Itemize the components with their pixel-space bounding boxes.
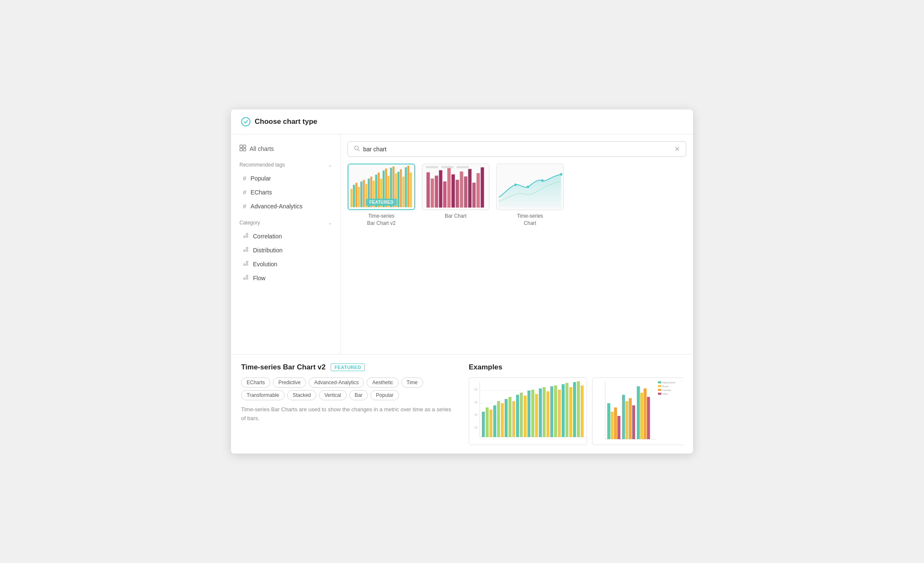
examples-section: Examples 50 40 30 20 (469, 363, 683, 445)
modal-header: Choose chart type (231, 109, 693, 134)
svg-rect-58 (476, 173, 480, 208)
tag-pill-predictive[interactable]: Predictive (273, 377, 306, 388)
svg-rect-103 (658, 385, 661, 387)
svg-rect-121 (644, 388, 647, 439)
svg-rect-94 (558, 390, 561, 437)
svg-rect-42 (410, 172, 412, 207)
sidebar-item-correlation[interactable]: Correlation (231, 229, 340, 243)
svg-rect-1 (243, 145, 246, 148)
svg-rect-89 (539, 388, 542, 437)
hash-icon-popular: # (243, 175, 246, 182)
svg-point-4 (244, 236, 245, 238)
advanced-analytics-label: Advanced-Analytics (250, 203, 302, 210)
category-section[interactable]: Category ⌄ (231, 216, 340, 229)
svg-rect-54 (460, 172, 463, 208)
svg-point-60 (514, 183, 517, 186)
correlation-label: Correlation (253, 233, 282, 240)
modal-title: Choose chart type (255, 118, 317, 126)
svg-rect-40 (405, 167, 407, 207)
chart-card-bar-chart[interactable]: Bar Chart (422, 164, 489, 227)
svg-rect-85 (524, 396, 527, 437)
svg-rect-22 (360, 181, 362, 207)
chart-thumb-timeseries-chart (496, 164, 564, 210)
example-thumb-1: 50 40 30 20 (469, 377, 587, 445)
popular-label: Popular (250, 175, 271, 182)
svg-line-17 (358, 150, 360, 151)
sidebar-item-evolution[interactable]: Evolution (231, 257, 340, 271)
svg-rect-56 (468, 169, 472, 208)
svg-rect-51 (447, 168, 451, 208)
sidebar-all-charts[interactable]: All charts (231, 141, 340, 159)
examples-grid: 50 40 30 20 (469, 377, 683, 445)
tag-pill-aesthetic[interactable]: Aesthetic (367, 377, 398, 388)
svg-rect-97 (569, 387, 572, 437)
svg-rect-75 (486, 407, 489, 437)
all-charts-label: All charts (250, 145, 274, 152)
svg-point-14 (246, 275, 248, 277)
tag-pill-advanced-analytics[interactable]: Advanced-Analytics (309, 377, 364, 388)
svg-rect-20 (356, 183, 358, 207)
tag-pill-stacked[interactable]: Stacked (287, 390, 316, 400)
svg-point-6 (246, 236, 248, 238)
svg-rect-120 (640, 393, 643, 439)
svg-point-63 (560, 173, 563, 176)
svg-rect-119 (637, 386, 640, 439)
examples-title: Examples (469, 363, 683, 372)
chart-thumb-bar-chart (422, 164, 489, 210)
tag-pill-echarts[interactable]: ECharts (241, 377, 270, 388)
svg-rect-0 (240, 145, 242, 148)
svg-text:20: 20 (474, 426, 478, 429)
table-icon (239, 145, 246, 153)
svg-point-7 (244, 250, 245, 251)
tag-pill-vertical[interactable]: Vertical (319, 390, 346, 400)
search-icon (354, 145, 360, 153)
sidebar-item-popular[interactable]: # Popular (231, 171, 340, 185)
svg-rect-79 (501, 403, 504, 437)
svg-rect-50 (443, 181, 446, 208)
svg-text:Brazil: Brazil (662, 385, 669, 388)
svg-rect-116 (625, 401, 628, 439)
sidebar-item-flow[interactable]: Flow (231, 271, 340, 285)
flow-icon (243, 274, 249, 282)
search-input[interactable] (363, 146, 671, 153)
svg-point-10 (244, 264, 245, 265)
svg-rect-52 (451, 175, 455, 208)
svg-rect-88 (535, 394, 538, 437)
chart-grid: FEATURED Time-seriesBar Chart v2 (348, 164, 686, 227)
recommended-tags-section[interactable]: Recommended tags ⌄ (231, 159, 340, 171)
svg-text:Canada: Canada (662, 389, 671, 391)
echarts-label: ECharts (250, 189, 272, 196)
sidebar-item-advanced-analytics[interactable]: # Advanced-Analytics (231, 199, 340, 213)
svg-rect-38 (400, 169, 402, 208)
tag-pill-time[interactable]: Time (401, 377, 423, 388)
svg-rect-43 (426, 166, 438, 168)
svg-rect-115 (622, 395, 625, 439)
search-bar: ✕ (348, 141, 686, 157)
sidebar-item-echarts[interactable]: # ECharts (231, 185, 340, 199)
svg-text:Afghanistan: Afghanistan (662, 381, 676, 384)
svg-rect-45 (457, 166, 469, 168)
svg-rect-77 (493, 405, 496, 437)
svg-rect-95 (562, 384, 565, 437)
svg-rect-91 (546, 391, 549, 437)
svg-rect-23 (363, 180, 365, 208)
clear-icon[interactable]: ✕ (674, 145, 680, 153)
svg-rect-90 (543, 387, 546, 437)
chart-card-timeseries-bar-v2[interactable]: FEATURED Time-seriesBar Chart v2 (348, 164, 415, 227)
tag-pill-bar[interactable]: Bar (349, 390, 368, 400)
tag-pill-transformable[interactable]: Transformable (241, 390, 285, 400)
svg-rect-86 (527, 391, 530, 437)
chart-label-timeseries-bar-v2: Time-seriesBar Chart v2 (348, 213, 415, 227)
svg-rect-111 (607, 403, 610, 439)
svg-rect-112 (611, 412, 614, 439)
sidebar-item-distribution[interactable]: Distribution (231, 243, 340, 257)
svg-rect-48 (435, 175, 438, 208)
chart-label-bar-chart: Bar Chart (422, 213, 489, 220)
tag-pill-popular[interactable]: Popular (370, 390, 399, 400)
chart-card-timeseries-chart[interactable]: Time-seriesChart (496, 164, 564, 227)
svg-point-62 (541, 179, 544, 182)
svg-rect-18 (351, 189, 353, 207)
svg-rect-99 (577, 381, 580, 437)
svg-rect-101 (658, 381, 661, 383)
svg-rect-81 (508, 397, 511, 437)
